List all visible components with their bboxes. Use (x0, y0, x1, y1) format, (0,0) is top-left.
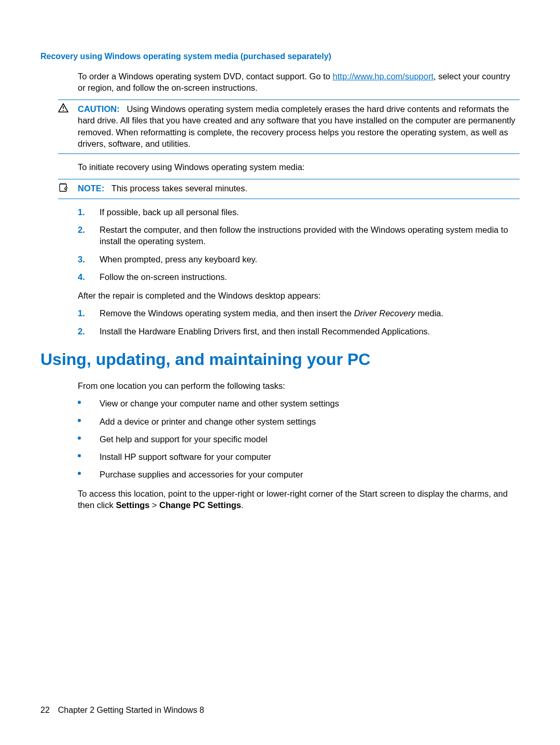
text-mid: > (149, 500, 159, 510)
list-item: Install HP support software for your com… (78, 451, 520, 462)
support-link[interactable]: http://www.hp.com/support (333, 72, 433, 81)
svg-point-1 (63, 110, 64, 111)
list-text: If possible, back up all personal files. (100, 207, 239, 217)
list-text: Restart the computer, and then follow th… (100, 225, 508, 246)
list-text: View or change your computer name and ot… (100, 399, 339, 408)
bullet-icon (78, 401, 81, 404)
list-item: 1.If possible, back up all personal file… (78, 206, 520, 218)
list-text: Add a device or printer and change other… (100, 417, 316, 426)
list-number: 2. (78, 224, 85, 235)
section-heading-recovery: Recovery using Windows operating system … (40, 51, 520, 62)
list-item: Add a device or printer and change other… (78, 416, 520, 427)
para-after-repair: After the repair is completed and the Wi… (78, 290, 520, 301)
para-tasks-intro: From one location you can perform the fo… (78, 380, 520, 391)
list-number: 2. (78, 326, 85, 337)
para-access-location: To access this location, point to the up… (78, 488, 520, 511)
list-text: Install HP support software for your com… (100, 452, 271, 461)
chapter-title: Chapter 2 Getting Started in Windows 8 (58, 706, 204, 714)
recovery-steps-list-2: 1. Remove the Windows operating system m… (78, 307, 520, 337)
caution-callout: CAUTION: Using Windows operating system … (58, 100, 520, 154)
list-number: 4. (78, 271, 85, 283)
list-item: 2.Restart the computer, and then follow … (78, 224, 520, 247)
tasks-list: View or change your computer name and ot… (78, 398, 520, 480)
recovery-steps-list-1: 1.If possible, back up all personal file… (78, 206, 520, 283)
page-number: 22 (40, 706, 50, 714)
list-text-b: media. (415, 308, 443, 318)
bullet-icon (78, 454, 81, 457)
list-item: 2.Install the Hardware Enabling Drivers … (78, 326, 520, 337)
list-item: 4.Follow the on-screen instructions. (78, 271, 520, 283)
list-text-a: Remove the Windows operating system medi… (100, 308, 354, 318)
para-initiate: To initiate recovery using Windows opera… (78, 161, 520, 173)
list-item: Purchase supplies and accessories for yo… (78, 469, 520, 480)
note-callout: NOTE: This process takes several minutes… (58, 179, 520, 199)
caution-text: Using Windows operating system media com… (78, 104, 515, 148)
list-text: When prompted, press any keyboard key. (100, 255, 257, 264)
list-item: View or change your computer name and ot… (78, 398, 520, 409)
list-text: Get help and support for your specific m… (100, 434, 268, 444)
list-number: 1. (78, 307, 85, 319)
list-text: Follow the on-screen instructions. (100, 272, 227, 282)
text-end: . (241, 500, 244, 510)
text-order-a: To order a Windows operating system DVD,… (78, 72, 333, 81)
main-heading-using-pc: Using, updating, and maintaining your PC (40, 348, 520, 371)
page-footer: 22Chapter 2 Getting Started in Windows 8 (40, 705, 204, 716)
caution-icon (58, 103, 68, 113)
note-icon (58, 182, 68, 192)
list-number: 3. (78, 254, 85, 265)
caution-label: CAUTION: (78, 104, 120, 114)
bullet-icon (78, 472, 81, 475)
driver-recovery-italic: Driver Recovery (354, 308, 415, 318)
note-text: This process takes several minutes. (111, 184, 247, 193)
change-pc-bold: Change PC Settings (159, 500, 241, 510)
settings-bold: Settings (116, 500, 149, 510)
note-label: NOTE: (78, 184, 104, 193)
para-order-dvd: To order a Windows operating system DVD,… (78, 71, 520, 94)
list-text: Install the Hardware Enabling Drivers fi… (100, 327, 430, 336)
list-item: 3.When prompted, press any keyboard key. (78, 254, 520, 265)
bullet-icon (78, 419, 81, 422)
list-item: 1. Remove the Windows operating system m… (78, 307, 520, 319)
list-item: Get help and support for your specific m… (78, 433, 520, 445)
list-text: Purchase supplies and accessories for yo… (100, 470, 303, 479)
list-number: 1. (78, 206, 85, 218)
bullet-icon (78, 437, 81, 440)
